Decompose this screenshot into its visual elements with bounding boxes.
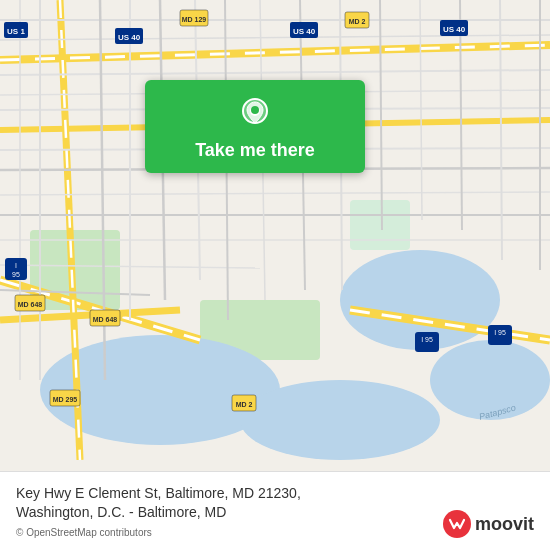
svg-point-7 (430, 340, 550, 420)
cta-button-label: Take me there (195, 140, 315, 161)
info-bar: Key Hwy E Clement St, Baltimore, MD 2123… (0, 471, 550, 550)
svg-text:MD 129: MD 129 (182, 16, 207, 23)
moovit-icon (443, 510, 471, 538)
svg-text:I 95: I 95 (421, 336, 433, 343)
map-container: US 1 US 40 US 40 US 40 MD 2 MD 129 MD 29… (0, 0, 550, 550)
svg-text:US 40: US 40 (118, 33, 141, 42)
svg-point-6 (240, 380, 440, 460)
svg-text:I 95: I 95 (494, 329, 506, 336)
location-pin-icon (237, 96, 273, 132)
svg-text:MD 2: MD 2 (349, 18, 366, 25)
svg-text:MD 295: MD 295 (53, 396, 78, 403)
address-line1: Key Hwy E Clement St, Baltimore, MD 2123… (16, 484, 301, 504)
svg-text:US 40: US 40 (293, 27, 316, 36)
svg-text:I: I (15, 262, 17, 269)
svg-point-75 (251, 106, 259, 114)
svg-text:95: 95 (12, 271, 20, 278)
svg-rect-3 (350, 200, 410, 250)
moovit-brand-name: moovit (475, 514, 534, 535)
osm-attribution: © OpenStreetMap contributors (16, 527, 301, 538)
svg-text:US 1: US 1 (7, 27, 25, 36)
moovit-logo: moovit (443, 510, 534, 538)
svg-text:US 40: US 40 (443, 25, 466, 34)
svg-text:MD 2: MD 2 (236, 401, 253, 408)
svg-text:MD 648: MD 648 (93, 316, 118, 323)
address-line2: Washington, D.C. - Baltimore, MD (16, 503, 301, 523)
svg-text:MD 648: MD 648 (18, 301, 43, 308)
cta-overlay-button[interactable]: Take me there (145, 80, 365, 173)
